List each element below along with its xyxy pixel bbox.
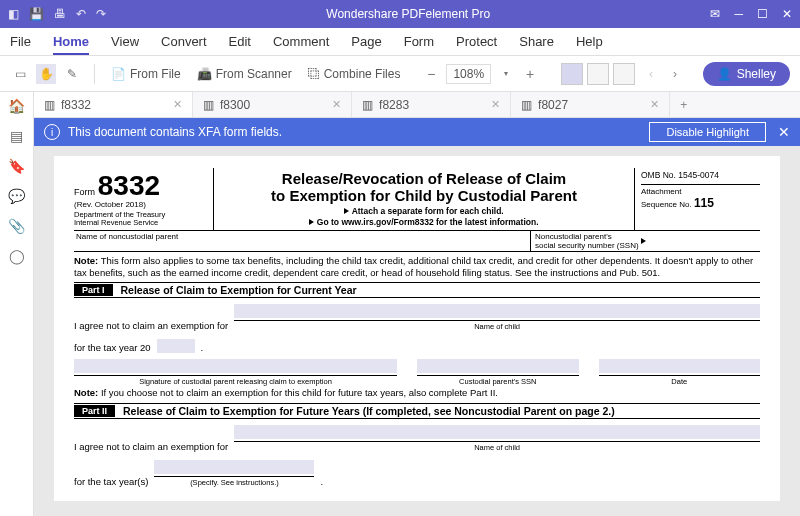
xfa-banner: i This document contains XFA form fields… — [34, 118, 800, 146]
zoom-value[interactable]: 108% — [446, 64, 491, 84]
scanner-icon: 📠 — [197, 67, 212, 81]
bookmarks-icon[interactable]: 🔖 — [8, 158, 25, 174]
years-field[interactable] — [154, 460, 314, 474]
window-controls: ✉ ─ ☐ ✕ — [710, 7, 792, 21]
menu-form[interactable]: Form — [404, 34, 434, 49]
form-revision: (Rev. October 2018) — [74, 200, 205, 209]
menu-edit[interactable]: Edit — [229, 34, 251, 49]
thumbnails-icon[interactable]: ▤ — [10, 128, 23, 144]
quick-access: ◧ 💾 🖶 ↶ ↷ — [8, 7, 106, 21]
menu-protect[interactable]: Protect — [456, 34, 497, 49]
date-field[interactable] — [599, 359, 761, 373]
nav-prev-icon[interactable]: ‹ — [643, 67, 659, 81]
child-name-field[interactable] — [234, 304, 760, 318]
user-icon: 👤 — [717, 67, 732, 81]
window-title: Wondershare PDFelement Pro — [106, 7, 710, 21]
toolbar: ▭ ✋ ✎ 📄From File 📠From Scanner ⿻Combine … — [0, 56, 800, 92]
mail-icon[interactable]: ✉ — [710, 7, 720, 21]
menu-view[interactable]: View — [111, 34, 139, 49]
comments-icon[interactable]: 💬 — [8, 188, 25, 204]
attachments-icon[interactable]: 📎 — [8, 218, 25, 234]
search-icon[interactable]: ◯ — [9, 248, 25, 264]
tab-close-icon[interactable]: ✕ — [650, 98, 659, 111]
form-number: 8332 — [98, 170, 160, 201]
doc-icon: ▥ — [362, 98, 373, 112]
tab-f8283[interactable]: ▥f8283✕ — [352, 92, 511, 117]
part1-label: Part I — [74, 284, 113, 296]
doc-title1: Release/Revocation of Release of Claim — [220, 170, 628, 187]
zoom-out-button[interactable]: − — [422, 65, 440, 83]
menu-file[interactable]: File — [10, 34, 31, 49]
maximize-icon[interactable]: ☐ — [757, 7, 768, 21]
undo-icon[interactable]: ↶ — [76, 7, 86, 21]
triangle-icon — [344, 208, 349, 214]
zoom-in-button[interactable]: + — [521, 65, 539, 83]
from-file-button[interactable]: 📄From File — [107, 64, 185, 84]
logo-icon[interactable]: ◧ — [8, 7, 19, 21]
document-tabs: ▥f8332✕ ▥f8300✕ ▥f8283✕ ▥f8027✕ + — [34, 92, 800, 118]
sidebar: 🏠 ▤ 🔖 💬 📎 ◯ — [0, 92, 34, 516]
from-scanner-button[interactable]: 📠From Scanner — [193, 64, 296, 84]
year-field[interactable] — [157, 339, 195, 353]
part2-title: Release of Claim to Exemption for Future… — [123, 405, 615, 417]
zoom-dropdown-icon[interactable]: ▾ — [497, 65, 515, 83]
view-continuous-icon[interactable] — [587, 63, 609, 85]
nav-next-icon[interactable]: › — [667, 67, 683, 81]
redo-icon[interactable]: ↷ — [96, 7, 106, 21]
print-icon[interactable]: 🖶 — [54, 7, 66, 21]
view-single-icon[interactable] — [561, 63, 583, 85]
menu-convert[interactable]: Convert — [161, 34, 207, 49]
note-text: This form also applies to some tax benef… — [74, 255, 753, 278]
child-name-field-2[interactable] — [234, 425, 760, 439]
combine-icon: ⿻ — [308, 67, 320, 81]
triangle-icon — [641, 238, 646, 244]
name-label: Name of noncustodial parent — [74, 231, 530, 251]
info-icon: i — [44, 124, 60, 140]
menu-page[interactable]: Page — [351, 34, 381, 49]
banner-text: This document contains XFA form fields. — [68, 125, 282, 139]
form-label: Form — [74, 187, 95, 197]
signature-field[interactable] — [74, 359, 397, 373]
document-page: Form 8332 (Rev. October 2018) Department… — [54, 156, 780, 501]
home-icon[interactable]: 🏠 — [8, 98, 25, 114]
close-icon[interactable]: ✕ — [782, 7, 792, 21]
doc-icon: ▥ — [521, 98, 532, 112]
minimize-icon[interactable]: ─ — [734, 7, 743, 21]
doc-title2: to Exemption for Child by Custodial Pare… — [220, 187, 628, 204]
select-icon[interactable]: ▭ — [10, 64, 30, 84]
save-icon[interactable]: 💾 — [29, 7, 44, 21]
part2-label: Part II — [74, 405, 115, 417]
ssn-field[interactable] — [417, 359, 579, 373]
divider — [94, 64, 95, 84]
tab-f8027[interactable]: ▥f8027✕ — [511, 92, 670, 117]
tab-add-button[interactable]: + — [670, 98, 697, 112]
omb-number: OMB No. 1545-0074 — [641, 170, 760, 185]
combine-files-button[interactable]: ⿻Combine Files — [304, 64, 405, 84]
disable-highlight-button[interactable]: Disable Highlight — [649, 122, 766, 142]
tab-close-icon[interactable]: ✕ — [332, 98, 341, 111]
tab-close-icon[interactable]: ✕ — [491, 98, 500, 111]
edit-icon[interactable]: ✎ — [62, 64, 82, 84]
tab-f8332[interactable]: ▥f8332✕ — [34, 92, 193, 117]
part1-title: Release of Claim to Exemption for Curren… — [121, 284, 357, 296]
menu-help[interactable]: Help — [576, 34, 603, 49]
banner-close-icon[interactable]: ✕ — [778, 124, 790, 140]
user-button[interactable]: 👤Shelley — [703, 62, 790, 86]
doc-icon: ▥ — [203, 98, 214, 112]
menu-share[interactable]: Share — [519, 34, 554, 49]
doc-icon: ▥ — [44, 98, 55, 112]
triangle-icon — [309, 219, 314, 225]
titlebar: ◧ 💾 🖶 ↶ ↷ Wondershare PDFelement Pro ✉ ─… — [0, 0, 800, 28]
tab-f8300[interactable]: ▥f8300✕ — [193, 92, 352, 117]
tab-close-icon[interactable]: ✕ — [173, 98, 182, 111]
view-facing-icon[interactable] — [613, 63, 635, 85]
menu-home[interactable]: Home — [53, 34, 89, 55]
menu-comment[interactable]: Comment — [273, 34, 329, 49]
form-department: Department of the Treasury Internal Reve… — [74, 211, 205, 228]
file-icon: 📄 — [111, 67, 126, 81]
menubar: File Home View Convert Edit Comment Page… — [0, 28, 800, 56]
document-viewport[interactable]: Form 8332 (Rev. October 2018) Department… — [34, 146, 800, 516]
hand-icon[interactable]: ✋ — [36, 64, 56, 84]
